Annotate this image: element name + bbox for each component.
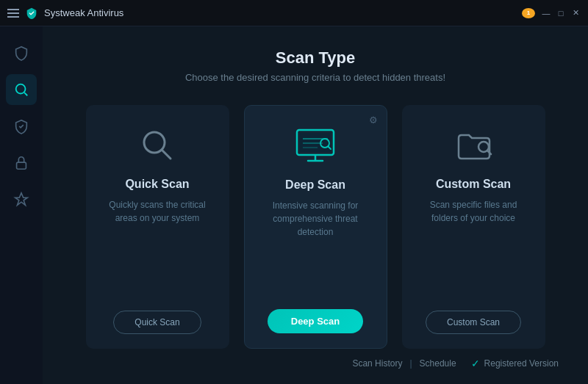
notification-badge: 1 — [522, 8, 535, 18]
main-layout: Scan Type Choose the desired scanning cr… — [0, 26, 588, 384]
footer-links: Scan History | Schedule — [352, 358, 456, 369]
svg-rect-6 — [300, 133, 331, 152]
scan-cards-container: Quick Scan Quickly scans the critical ar… — [72, 105, 559, 349]
registered-version: ✓ Registered Version — [471, 358, 559, 369]
quick-scan-title: Quick Scan — [125, 178, 189, 191]
custom-scan-title: Custom Scan — [436, 178, 511, 191]
registered-label: Registered Version — [484, 358, 559, 369]
app-title: Systweak Antivirus — [44, 7, 123, 18]
svg-rect-2 — [17, 162, 26, 169]
close-button[interactable]: ✕ — [570, 8, 581, 18]
title-bar-left: Systweak Antivirus — [7, 7, 522, 20]
quick-scan-desc: Quickly scans the critical areas on your… — [101, 198, 215, 297]
title-bar: Systweak Antivirus 1 — □ ✕ — [0, 0, 588, 26]
svg-line-1 — [24, 93, 27, 95]
scan-history-link[interactable]: Scan History — [352, 358, 402, 369]
maximize-button[interactable]: □ — [556, 8, 566, 18]
deep-scan-icon — [290, 124, 341, 168]
app-logo-icon — [25, 7, 38, 20]
sidebar-item-shield[interactable] — [6, 37, 37, 68]
svg-line-4 — [162, 150, 171, 159]
sidebar-item-privacy[interactable] — [6, 148, 37, 178]
deep-scan-title: Deep Scan — [285, 178, 345, 192]
quick-scan-card: Quick Scan Quickly scans the critical ar… — [86, 105, 229, 349]
page-title: Scan Type — [72, 48, 559, 68]
custom-scan-desc: Scan specific files and folders of your … — [417, 198, 531, 297]
svg-point-0 — [16, 84, 26, 94]
page-header: Scan Type Choose the desired scanning cr… — [72, 48, 559, 83]
sidebar-item-scan[interactable] — [6, 74, 37, 105]
deep-scan-card: ⚙ — [244, 105, 387, 349]
deep-scan-desc: Intensive scanning for comprehensive thr… — [259, 199, 372, 296]
footer: Scan History | Schedule ✓ Registered Ver… — [72, 349, 559, 369]
sidebar-item-protection[interactable] — [6, 111, 37, 142]
quick-scan-icon — [137, 123, 178, 167]
minimize-button[interactable]: — — [541, 8, 551, 18]
quick-scan-button[interactable]: Quick Scan — [113, 311, 201, 334]
deep-scan-settings-icon[interactable]: ⚙ — [369, 115, 378, 126]
page-subtitle: Choose the desired scanning criteria to … — [72, 72, 559, 83]
custom-scan-icon — [453, 123, 494, 167]
custom-scan-card: Custom Scan Scan specific files and fold… — [402, 105, 545, 349]
custom-scan-button[interactable]: Custom Scan — [426, 311, 521, 334]
schedule-link[interactable]: Schedule — [420, 358, 456, 369]
notification-area[interactable]: 1 — [522, 8, 535, 18]
registered-check-icon: ✓ — [471, 358, 480, 369]
footer-divider: | — [409, 358, 412, 369]
sidebar — [0, 26, 43, 384]
hamburger-menu[interactable] — [7, 9, 19, 18]
window-controls: — □ ✕ — [541, 8, 581, 18]
sidebar-item-tools[interactable] — [6, 184, 37, 215]
content-area: Scan Type Choose the desired scanning cr… — [43, 26, 588, 384]
deep-scan-button[interactable]: Deep Scan — [268, 309, 363, 333]
